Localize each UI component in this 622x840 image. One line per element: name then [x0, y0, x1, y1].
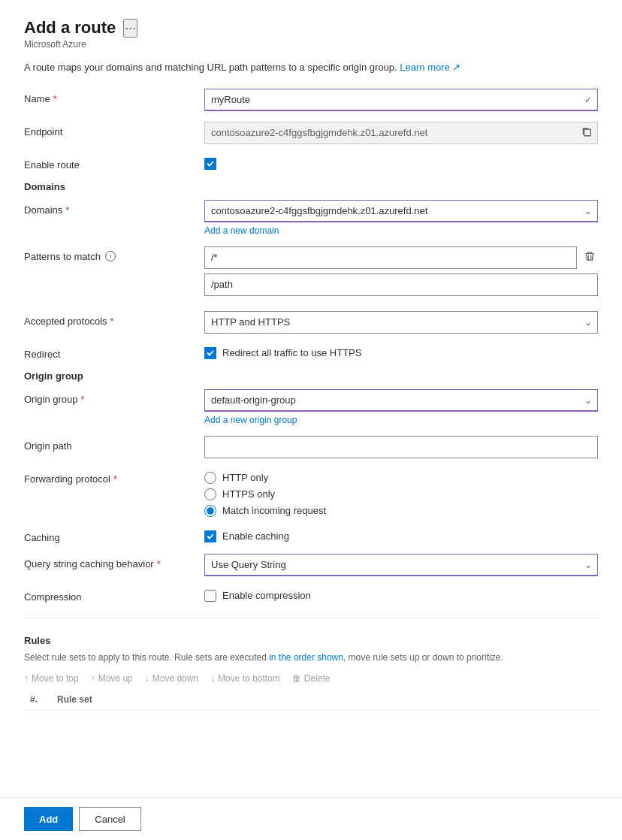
accepted-protocols-dropdown[interactable]: HTTP and HTTPS: [204, 311, 598, 334]
redirect-checkbox[interactable]: [204, 347, 216, 359]
page-description: A route maps your domains and matching U…: [24, 60, 598, 75]
move-down-button[interactable]: ↓ Move down: [145, 673, 198, 684]
move-top-button[interactable]: ↑ Move to top: [24, 673, 79, 684]
rules-highlight: in the order shown: [269, 652, 343, 663]
add-domain-link[interactable]: Add a new domain: [204, 225, 279, 236]
pattern1-input[interactable]: [204, 246, 577, 269]
endpoint-input: [204, 122, 598, 144]
footer: Add Cancel: [0, 797, 622, 840]
col-hash: #.: [30, 694, 57, 705]
compression-checkbox[interactable]: [204, 590, 216, 602]
pattern2-input[interactable]: [204, 273, 598, 296]
domains-label: Domains*: [24, 200, 204, 216]
compression-checkbox-label: Enable compression: [222, 590, 311, 601]
caching-checkbox-label: Enable caching: [222, 530, 289, 542]
rules-toolbar: ↑ Move to top ↑ Move up ↓ Move down ↓ Mo…: [24, 673, 598, 684]
forwarding-protocol-label: Forwarding protocol*: [24, 469, 204, 485]
protocol-match-label: Match incoming request: [222, 505, 326, 516]
origin-group-dropdown[interactable]: default-origin-group: [204, 389, 598, 412]
learn-more-link[interactable]: Learn more ↗: [400, 62, 460, 73]
cancel-button[interactable]: Cancel: [79, 807, 140, 831]
col-ruleset: Rule set: [57, 694, 592, 705]
delete-rule-button[interactable]: 🗑 Delete: [292, 673, 331, 684]
rules-table-header: #. Rule set: [24, 690, 598, 710]
patterns-label: Patterns to match i: [24, 246, 204, 262]
name-input[interactable]: [204, 89, 598, 111]
delete-pattern1-button[interactable]: [581, 249, 598, 266]
protocol-match-radio[interactable]: [204, 505, 216, 517]
rules-description: Select rule sets to apply to this route.…: [24, 651, 598, 664]
move-up-icon: ↑: [91, 673, 95, 684]
origin-group-section-header: Origin group: [24, 370, 598, 382]
protocol-https-radio[interactable]: [204, 488, 216, 500]
redirect-label: Redirect: [24, 344, 204, 360]
enable-route-label: Enable route: [24, 155, 204, 171]
move-bottom-icon: ↓: [210, 673, 215, 684]
move-bottom-button[interactable]: ↓ Move to bottom: [210, 673, 280, 684]
add-origin-group-link[interactable]: Add a new origin group: [204, 415, 297, 425]
add-button[interactable]: Add: [24, 807, 73, 831]
redirect-checkbox-label: Redirect all traffic to use HTTPS: [222, 347, 361, 358]
protocol-http-label: HTTP only: [222, 472, 268, 483]
move-up-button[interactable]: ↑ Move up: [91, 673, 133, 684]
origin-path-label: Origin path: [24, 436, 204, 452]
svg-rect-0: [584, 129, 591, 136]
caching-label: Caching: [24, 527, 204, 543]
ellipsis-button[interactable]: ···: [123, 19, 137, 38]
move-down-icon: ↓: [145, 673, 149, 684]
enable-route-checkbox[interactable]: [204, 158, 216, 170]
rules-section-title: Rules: [24, 635, 598, 646]
endpoint-label: Endpoint: [24, 122, 204, 137]
query-string-dropdown[interactable]: Use Query String: [204, 554, 598, 576]
rules-section: Rules Select rule sets to apply to this …: [24, 618, 598, 710]
page-title: Add a route: [24, 18, 116, 38]
patterns-info-icon: i: [105, 251, 116, 261]
page-subtitle: Microsoft Azure: [24, 39, 598, 50]
delete-rule-icon: 🗑: [292, 673, 301, 684]
name-label: Name*: [24, 89, 204, 104]
origin-group-label: Origin group*: [24, 389, 204, 405]
protocol-https-label: HTTPS only: [222, 488, 275, 500]
domains-dropdown[interactable]: contosoazure2-c4fggsfbgjgmdehk.z01.azure…: [204, 200, 598, 222]
query-string-label: Query string caching behavior*: [24, 554, 204, 570]
compression-label: Compression: [24, 587, 204, 603]
move-top-icon: ↑: [24, 673, 29, 684]
copy-endpoint-button[interactable]: [580, 125, 593, 141]
origin-path-input[interactable]: [204, 436, 598, 458]
protocol-http-radio[interactable]: [204, 472, 216, 484]
forwarding-protocol-group: HTTP only HTTPS only Match incoming requ…: [204, 469, 598, 517]
domains-section-header: Domains: [24, 181, 598, 192]
caching-checkbox[interactable]: [204, 530, 216, 542]
accepted-protocols-label: Accepted protocols*: [24, 311, 204, 327]
